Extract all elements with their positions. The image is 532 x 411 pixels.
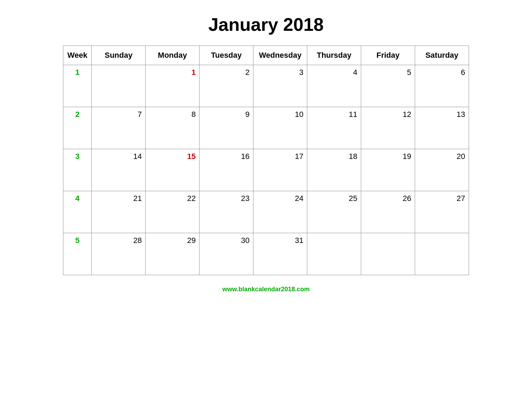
header-sunday: Sunday <box>92 46 146 65</box>
day-cell: 15 <box>146 149 200 191</box>
day-cell: 3 <box>253 65 307 107</box>
day-cell: 6 <box>415 65 469 107</box>
header-week: Week <box>63 46 92 65</box>
week-number: 5 <box>63 233 92 275</box>
day-cell: 23 <box>200 191 253 233</box>
day-cell: 13 <box>415 107 469 149</box>
header-saturday: Saturday <box>415 46 469 65</box>
day-cell: 2 <box>200 65 253 107</box>
header-monday: Monday <box>146 46 200 65</box>
header-wednesday: Wednesday <box>253 46 307 65</box>
day-cell: 21 <box>92 191 146 233</box>
day-cell: 11 <box>307 107 361 149</box>
week-number: 2 <box>63 107 92 149</box>
day-cell: 1 <box>146 65 200 107</box>
footer-link[interactable]: www.blankcalendar2018.com <box>222 286 309 293</box>
day-cell: 31 <box>253 233 307 275</box>
week-number: 3 <box>63 149 92 191</box>
day-cell: 19 <box>361 149 415 191</box>
day-cell: 26 <box>361 191 415 233</box>
calendar-table: Week Sunday Monday Tuesday Wednesday Thu… <box>63 46 469 275</box>
week-row: 1123456 <box>63 65 469 107</box>
day-cell: 16 <box>200 149 253 191</box>
header-thursday: Thursday <box>307 46 361 65</box>
header-friday: Friday <box>361 46 415 65</box>
day-cell: 25 <box>307 191 361 233</box>
day-cell: 29 <box>146 233 200 275</box>
day-cell: 27 <box>415 191 469 233</box>
day-cell <box>361 233 415 275</box>
header-tuesday: Tuesday <box>200 46 253 65</box>
week-row: 314151617181920 <box>63 149 469 191</box>
day-cell <box>415 233 469 275</box>
day-cell: 17 <box>253 149 307 191</box>
calendar-title: January 2018 <box>208 14 324 35</box>
day-cell: 12 <box>361 107 415 149</box>
week-row: 421222324252627 <box>63 191 469 233</box>
day-cell: 10 <box>253 107 307 149</box>
day-cell: 4 <box>307 65 361 107</box>
week-number: 1 <box>63 65 92 107</box>
week-row: 528293031 <box>63 233 469 275</box>
day-cell: 28 <box>92 233 146 275</box>
day-cell: 7 <box>92 107 146 149</box>
week-number: 4 <box>63 191 92 233</box>
day-cell: 18 <box>307 149 361 191</box>
day-cell: 14 <box>92 149 146 191</box>
week-row: 278910111213 <box>63 107 469 149</box>
day-cell: 5 <box>361 65 415 107</box>
day-cell: 8 <box>146 107 200 149</box>
day-cell: 30 <box>200 233 253 275</box>
header-row: Week Sunday Monday Tuesday Wednesday Thu… <box>63 46 469 65</box>
day-cell: 9 <box>200 107 253 149</box>
day-cell: 22 <box>146 191 200 233</box>
day-cell <box>92 65 146 107</box>
day-cell: 20 <box>415 149 469 191</box>
day-cell <box>307 233 361 275</box>
day-cell: 24 <box>253 191 307 233</box>
